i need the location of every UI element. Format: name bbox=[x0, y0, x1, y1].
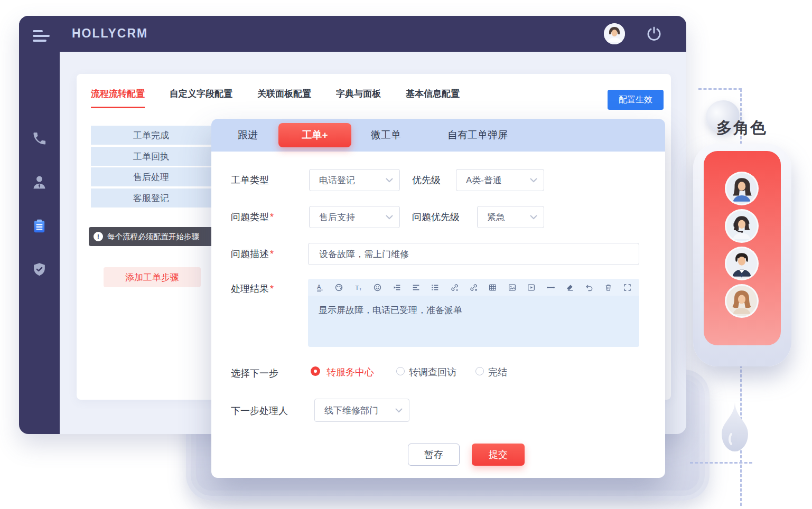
tab-basic-info-config[interactable]: 基本信息配置 bbox=[406, 88, 460, 108]
config-tab-bar: 流程流转配置 自定义字段配置 关联面板配置 字典与面板 基本信息配置 bbox=[91, 88, 460, 108]
priority-label: 优先级 bbox=[412, 174, 441, 186]
font-size-icon[interactable]: T T bbox=[354, 283, 363, 292]
modal-tab-own-popup[interactable]: 自有工单弹屏 bbox=[447, 119, 508, 152]
issue-priority-label: 问题优先级 bbox=[412, 211, 460, 223]
text-style-icon[interactable]: A bbox=[315, 283, 324, 292]
radio-finish[interactable] bbox=[475, 367, 484, 375]
power-icon[interactable] bbox=[646, 25, 662, 42]
multi-role-badge: 多角色 bbox=[716, 117, 767, 139]
radio-to-survey[interactable] bbox=[396, 367, 405, 375]
palette-icon[interactable] bbox=[334, 283, 343, 292]
phone-icon[interactable] bbox=[31, 130, 48, 147]
tab-custom-field-config[interactable]: 自定义字段配置 bbox=[170, 88, 232, 108]
chevron-down-icon bbox=[395, 408, 403, 413]
divider-icon[interactable] bbox=[546, 283, 555, 292]
indent-icon[interactable] bbox=[393, 283, 402, 292]
video-icon[interactable] bbox=[527, 283, 536, 292]
tab-related-panel-config[interactable]: 关联面板配置 bbox=[257, 88, 311, 108]
save-draft-button[interactable]: 暂存 bbox=[408, 444, 460, 466]
radio-finish-label[interactable]: 完结 bbox=[488, 366, 507, 379]
issue-desc-value: 设备故障，需上门维修 bbox=[319, 248, 409, 260]
link-add-icon[interactable] bbox=[450, 283, 459, 292]
undo-icon[interactable] bbox=[584, 283, 593, 292]
svg-text:A: A bbox=[317, 283, 321, 289]
priority-value: A类-普通 bbox=[466, 174, 502, 186]
workflow-step-register[interactable]: 客服登记 bbox=[91, 188, 211, 208]
issue-desc-input[interactable]: 设备故障，需上门维修 bbox=[308, 243, 639, 265]
chevron-down-icon bbox=[386, 215, 393, 220]
shield-check-icon[interactable] bbox=[31, 261, 48, 278]
workorder-clipboard-icon[interactable] bbox=[31, 218, 48, 234]
link-remove-icon[interactable] bbox=[469, 283, 478, 292]
result-text: 显示屏故障，电话已受理，准备派单 bbox=[319, 305, 462, 315]
result-label: 处理结果* bbox=[231, 282, 274, 295]
user-avatar[interactable] bbox=[604, 23, 625, 44]
role-avatar-male-manager bbox=[725, 247, 759, 280]
modal-tab-micro-workorder[interactable]: 微工单 bbox=[371, 119, 401, 152]
ticket-type-value: 电话登记 bbox=[319, 174, 355, 186]
role-avatar-headset-agent bbox=[725, 209, 759, 243]
workflow-step-complete[interactable]: 工单完成 bbox=[91, 126, 211, 145]
menu-icon[interactable] bbox=[33, 30, 50, 42]
dashed-line-horizontal-bottom bbox=[690, 462, 752, 464]
modal-tab-workorder-plus[interactable]: 工单+ bbox=[278, 123, 351, 147]
align-left-icon[interactable] bbox=[412, 283, 421, 292]
svg-text:T: T bbox=[355, 284, 359, 290]
multi-role-panel bbox=[693, 144, 791, 366]
emoji-icon[interactable] bbox=[373, 283, 382, 292]
add-workorder-step-button[interactable]: 添加工单步骤 bbox=[104, 267, 201, 287]
eraser-icon[interactable] bbox=[565, 283, 574, 292]
list-icon[interactable] bbox=[431, 283, 440, 292]
agent-icon[interactable] bbox=[31, 174, 48, 191]
issue-priority-select[interactable]: 紧急 bbox=[477, 206, 544, 228]
svg-text:T: T bbox=[359, 286, 362, 291]
fullscreen-icon[interactable] bbox=[623, 283, 632, 292]
submit-button[interactable]: 提交 bbox=[472, 444, 525, 466]
app-title: HOLLYCRM bbox=[72, 26, 148, 41]
next-handler-label: 下一步处理人 bbox=[231, 404, 288, 417]
workflow-warning-tooltip: ! 每个流程必须配置开始步骤 bbox=[89, 227, 213, 246]
editor-toolbar: A T T bbox=[308, 279, 639, 296]
table-icon[interactable] bbox=[488, 283, 497, 292]
issue-priority-value: 紧急 bbox=[487, 211, 505, 223]
workflow-step-receipt[interactable]: 工单回执 bbox=[91, 147, 211, 166]
chevron-down-icon bbox=[530, 215, 537, 220]
warning-icon: ! bbox=[94, 232, 103, 241]
apply-config-button[interactable]: 配置生效 bbox=[608, 90, 664, 110]
dashed-line-horizontal-top bbox=[698, 88, 742, 90]
next-handler-value: 线下维修部门 bbox=[324, 404, 378, 417]
tab-dictionary-panel[interactable]: 字典与面板 bbox=[336, 88, 381, 108]
chevron-down-icon bbox=[530, 178, 537, 183]
workflow-step-aftersale[interactable]: 售后处理 bbox=[91, 167, 211, 186]
result-editor-content[interactable]: 显示屏故障，电话已受理，准备派单 bbox=[308, 296, 639, 347]
avatar-face bbox=[604, 23, 625, 44]
radio-to-survey-label[interactable]: 转调查回访 bbox=[409, 366, 456, 379]
radio-to-service-center-label[interactable]: 转服务中心 bbox=[326, 366, 374, 379]
image-icon[interactable] bbox=[508, 283, 517, 292]
chevron-down-icon bbox=[386, 178, 393, 183]
next-step-label: 选择下一步 bbox=[231, 367, 278, 380]
role-avatar-female-agent bbox=[725, 172, 759, 205]
issue-type-label: 问题类型* bbox=[231, 211, 274, 223]
warning-text: 每个流程必须配置开始步骤 bbox=[107, 232, 199, 242]
priority-select[interactable]: A类-普通 bbox=[456, 169, 544, 191]
issue-desc-label: 问题描述* bbox=[231, 248, 274, 260]
screenshot-canvas: HOLLYCRM bbox=[0, 0, 812, 509]
workorder-modal: 跟进 工单+ 微工单 自有工单弹屏 工单类型 电话登记 优先级 A类-普通 问题… bbox=[211, 119, 665, 478]
issue-type-select[interactable]: 售后支持 bbox=[309, 206, 400, 228]
droplet-decoration bbox=[721, 401, 749, 453]
issue-type-value: 售后支持 bbox=[319, 211, 355, 223]
ticket-type-label: 工单类型 bbox=[231, 174, 269, 186]
next-handler-select[interactable]: 线下维修部门 bbox=[314, 399, 409, 422]
role-avatar-strip bbox=[704, 151, 781, 345]
modal-tab-followup[interactable]: 跟进 bbox=[238, 119, 258, 152]
role-avatar-female-staff bbox=[725, 284, 759, 318]
trash-icon[interactable] bbox=[604, 283, 613, 292]
radio-to-service-center[interactable] bbox=[311, 366, 320, 376]
tab-process-flow-config[interactable]: 流程流转配置 bbox=[91, 88, 145, 108]
ticket-type-select[interactable]: 电话登记 bbox=[309, 169, 400, 191]
